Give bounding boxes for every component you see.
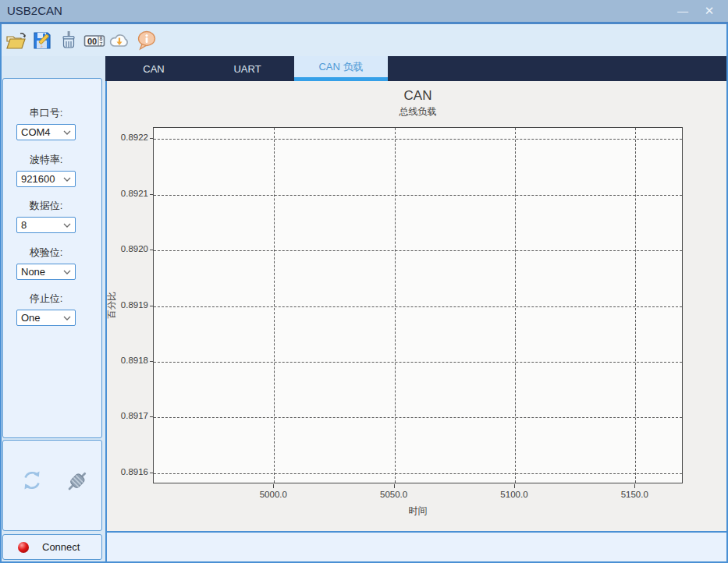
y-gridline	[154, 473, 682, 474]
baud-rate-label: 波特率:	[16, 153, 76, 167]
serial-port-value: COM4	[21, 126, 51, 138]
plot-area	[153, 127, 683, 483]
field-serial-port: 串口号:COM4	[16, 106, 76, 140]
y-gridline	[154, 195, 682, 196]
y-tick	[150, 250, 153, 250]
x-tick-label: 5150.0	[611, 490, 658, 499]
chevron-down-icon	[63, 316, 75, 320]
parity-bit-select[interactable]: None	[16, 264, 76, 280]
x-tick-label: 5100.0	[491, 490, 538, 499]
x-tick	[514, 484, 515, 488]
stop-bit-value: One	[21, 312, 41, 324]
chevron-down-icon	[63, 177, 75, 182]
x-gridline	[274, 128, 275, 483]
y-tick-label: 0.8921	[107, 189, 148, 198]
x-gridline	[395, 128, 396, 483]
open-folder-icon	[4, 29, 27, 52]
y-tick-label: 0.8916	[107, 467, 148, 476]
y-tick	[150, 361, 153, 362]
chart-subtitle: 总线负载	[153, 105, 683, 119]
baud-rate-select[interactable]: 921600	[16, 171, 76, 187]
x-tick	[273, 484, 274, 488]
parity-bit-label: 校验位:	[16, 246, 76, 260]
settings-panel: 串口号:COM4波特率:921600数据位:8校验位:None停止位:One	[2, 78, 102, 438]
chart-region: CAN 总线负载 百分比 0.89220.89210.89200.89190.8…	[105, 81, 728, 533]
data-bits-value: 8	[21, 219, 27, 231]
baud-rate-value: 921600	[21, 173, 55, 185]
info-bubble-icon	[135, 29, 158, 52]
x-tick-label: 5000.0	[250, 490, 297, 499]
title-bar: USB2CAN — ✕	[0, 0, 728, 22]
clear-button[interactable]	[56, 28, 81, 53]
y-tick	[150, 194, 153, 195]
chevron-down-icon	[63, 130, 75, 135]
plug-icon	[63, 467, 91, 495]
field-parity-bit: 校验位:None	[16, 246, 76, 280]
data-bits-select[interactable]: 8	[16, 217, 76, 233]
x-tick	[394, 484, 395, 488]
y-tick	[150, 138, 153, 139]
connection-led	[18, 542, 29, 553]
window-title: USB2CAN	[7, 4, 62, 17]
stop-bit-select[interactable]: One	[16, 310, 76, 326]
counter-icon: 00 8 7	[83, 29, 106, 52]
y-tick-label: 0.8917	[107, 411, 148, 420]
field-data-bits: 数据位:8	[16, 199, 76, 233]
close-button[interactable]: ✕	[698, 0, 721, 22]
refresh-icon	[18, 466, 46, 494]
y-tick-label: 0.8918	[107, 356, 148, 365]
y-tick-label: 0.8920	[107, 244, 148, 253]
serial-port-select[interactable]: COM4	[16, 124, 76, 140]
x-tick-label: 5050.0	[371, 490, 417, 499]
connect-button[interactable]: Connect	[2, 534, 102, 560]
x-gridline	[515, 128, 516, 483]
minimize-button[interactable]: —	[671, 0, 694, 22]
y-gridline	[154, 417, 682, 418]
refresh-button[interactable]	[18, 466, 46, 494]
y-tick-label: 0.8922	[107, 133, 148, 142]
actions-panel	[2, 440, 102, 531]
svg-text:7: 7	[100, 41, 103, 47]
y-tick	[150, 473, 153, 473]
chevron-down-icon	[63, 270, 75, 274]
y-gridline	[154, 250, 682, 251]
status-bar	[105, 533, 728, 563]
y-gridline	[154, 306, 682, 307]
x-tick	[634, 484, 635, 488]
y-tick-label: 0.8919	[107, 300, 148, 310]
serial-port-label: 串口号:	[16, 106, 76, 120]
data-bits-label: 数据位:	[16, 199, 76, 213]
sidebar: 串口号:COM4波特率:921600数据位:8校验位:None停止位:One	[0, 56, 105, 563]
toolbar: 00 8 7	[0, 24, 728, 56]
save-floppy-icon	[30, 29, 54, 52]
tab-can[interactable]: CAN	[107, 56, 201, 81]
tab-can-load[interactable]: CAN 负载	[294, 56, 388, 81]
save-file-button[interactable]	[30, 28, 55, 53]
field-stop-bit: 停止位:One	[16, 292, 76, 326]
counter-button[interactable]: 00 8 7	[82, 28, 107, 53]
chart-title: CAN	[153, 88, 683, 104]
x-gridline	[635, 128, 636, 483]
app-window: USB2CAN — ✕	[0, 0, 728, 563]
plug-button[interactable]	[63, 467, 91, 495]
open-file-button[interactable]	[3, 28, 28, 53]
y-tick	[150, 306, 153, 306]
svg-text:00: 00	[87, 37, 97, 46]
tab-uart[interactable]: UART	[201, 56, 294, 81]
tab-bar: CANUARTCAN 负载	[105, 56, 728, 81]
about-button[interactable]	[134, 28, 159, 53]
field-baud-rate: 波特率:921600	[16, 153, 76, 187]
y-gridline	[154, 139, 682, 140]
stop-bit-label: 停止位:	[16, 292, 76, 306]
cloud-download-icon	[108, 29, 131, 52]
parity-bit-value: None	[21, 266, 45, 278]
chevron-down-icon	[63, 223, 75, 228]
x-axis-label: 时间	[153, 505, 683, 518]
connect-button-label: Connect	[42, 541, 80, 553]
y-gridline	[154, 362, 682, 363]
clean-brush-icon	[57, 29, 80, 52]
download-button[interactable]	[107, 28, 132, 53]
y-tick	[150, 416, 153, 417]
